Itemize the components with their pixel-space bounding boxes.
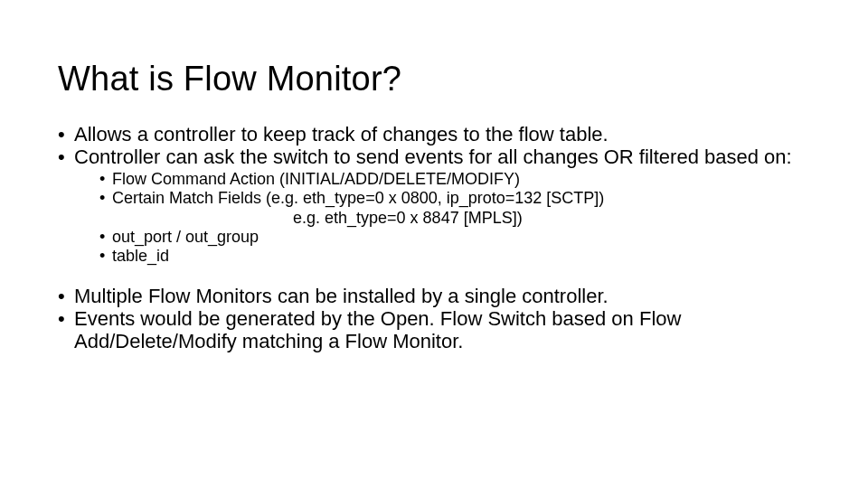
sub-bullet-text: Certain Match Fields (e.g. eth_type=0 x … bbox=[112, 189, 604, 207]
sub-bullet-text: Flow Command Action (INITIAL/ADD/DELETE/… bbox=[112, 170, 520, 188]
sub-bullet-continuation: e.g. eth_type=0 x 8847 [MPLS]) bbox=[112, 209, 810, 228]
bullet-list: Multiple Flow Monitors can be installed … bbox=[58, 286, 810, 352]
bullet-text: Events would be generated by the Open. F… bbox=[74, 307, 681, 352]
spacer bbox=[58, 266, 810, 286]
slide: What is Flow Monitor? Allows a controlle… bbox=[0, 0, 868, 381]
sub-bullet-item: Certain Match Fields (e.g. eth_type=0 x … bbox=[99, 189, 810, 227]
bullet-list: Allows a controller to keep track of cha… bbox=[58, 124, 810, 266]
bullet-text: Controller can ask the switch to send ev… bbox=[74, 145, 792, 168]
bullet-item: Events would be generated by the Open. F… bbox=[58, 308, 810, 352]
bullet-text: Multiple Flow Monitors can be installed … bbox=[74, 285, 609, 307]
sub-bullet-item: out_port / out_group bbox=[99, 228, 810, 247]
bullet-item: Multiple Flow Monitors can be installed … bbox=[58, 286, 810, 308]
sub-bullet-text: table_id bbox=[112, 247, 169, 265]
sub-bullet-item: table_id bbox=[99, 247, 810, 266]
sub-bullet-text: out_port / out_group bbox=[112, 228, 259, 246]
slide-title: What is Flow Monitor? bbox=[58, 60, 810, 99]
bullet-text: Allows a controller to keep track of cha… bbox=[74, 123, 609, 145]
sub-bullet-item: Flow Command Action (INITIAL/ADD/DELETE/… bbox=[99, 170, 810, 189]
bullet-item: Allows a controller to keep track of cha… bbox=[58, 124, 810, 146]
sub-bullet-list: Flow Command Action (INITIAL/ADD/DELETE/… bbox=[74, 170, 810, 266]
bullet-item: Controller can ask the switch to send ev… bbox=[58, 146, 810, 267]
